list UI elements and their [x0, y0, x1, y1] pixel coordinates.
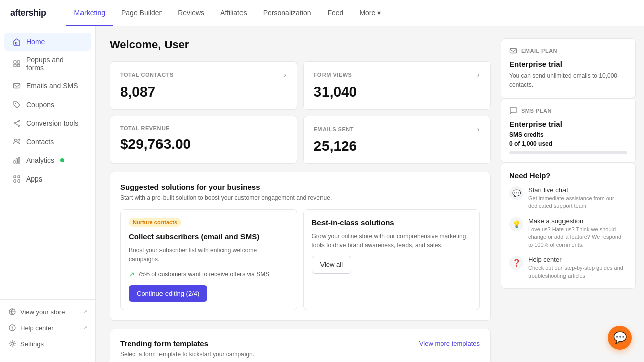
sms-credits-text: SMS credits	[509, 131, 627, 138]
sidebar-bottom-view-store[interactable]: View your store ↗	[0, 304, 95, 320]
svg-rect-2	[17, 61, 20, 63]
sidebar-item-apps-label: Apps	[26, 175, 42, 183]
mail-icon	[12, 81, 21, 90]
bar-chart-icon	[12, 156, 21, 165]
stat-arrow-contacts: ›	[284, 71, 286, 79]
sidebar-bottom-settings[interactable]: Settings	[0, 336, 95, 352]
continue-editing-button[interactable]: Continue editing (2/4)	[129, 285, 207, 302]
suggestion-title: Make a suggestion	[528, 217, 627, 225]
tag-icon	[12, 100, 21, 109]
sidebar-item-analytics[interactable]: Analytics	[4, 151, 91, 169]
svg-point-6	[15, 103, 16, 104]
sidebar-item-home[interactable]: Home	[4, 33, 91, 51]
sidebar-item-coupons[interactable]: Coupons	[4, 96, 91, 114]
solutions-desc: Start with a pre-built solution to boost…	[120, 194, 480, 201]
help-item-live-chat[interactable]: 💬 Start live chat Get immediate assistan…	[509, 186, 627, 210]
svg-rect-13	[16, 159, 18, 163]
nav-item-affiliates[interactable]: Affiliates	[212, 0, 255, 26]
grid-icon	[12, 59, 21, 68]
trending-card: Trending form templates View more templa…	[110, 329, 491, 363]
store-icon	[8, 308, 16, 316]
stat-card-form-views[interactable]: FORM VIEWS › 31,040	[303, 61, 491, 110]
templates-header: Trending form templates View more templa…	[120, 339, 480, 348]
sidebar-bottom-help[interactable]: Help center ↗	[0, 320, 95, 336]
svg-point-20	[9, 325, 15, 331]
nav-item-page-builder[interactable]: Page Builder	[113, 0, 170, 26]
solutions-grid: Nurture contacts Collect subscribers (em…	[120, 209, 480, 310]
nurture-badge: Nurture contacts	[129, 218, 181, 227]
solution-desc-collect: Boost your subscriber list with enticing…	[129, 246, 289, 264]
analytics-badge	[60, 158, 64, 162]
sidebar-item-home-label: Home	[26, 38, 45, 46]
solution-title-best: Best-in-class solutions	[312, 218, 472, 228]
stat-label-revenue: TOTAL REVENUE	[120, 125, 287, 131]
nav-item-reviews[interactable]: Reviews	[170, 0, 212, 26]
email-plan-desc: You can send unlimited emails to 10,000 …	[509, 71, 627, 89]
top-nav: aftership Marketing Page Builder Reviews…	[0, 0, 644, 26]
external-icon: ↗	[83, 309, 87, 315]
stat-value-contacts: 8,087	[120, 84, 287, 100]
help-item-help-center[interactable]: ❓ Help center Check out our step-by-step…	[509, 256, 627, 280]
sidebar-item-emails[interactable]: Emails and SMS	[4, 77, 91, 95]
stat-card-revenue[interactable]: TOTAL REVENUE $29,763.00	[110, 116, 297, 164]
help-item-content-suggestion: Make a suggestion Love us? Hate us? Thin…	[528, 217, 627, 249]
sidebar-item-contacts[interactable]: Contacts	[4, 133, 91, 151]
main-content: Welcome, User TOTAL CONTACTS › 8,087 FOR…	[96, 26, 501, 362]
helpcenter-desc: Check out our step-by-step guides and tr…	[528, 264, 627, 280]
nav-item-marketing[interactable]: Marketing	[66, 0, 113, 26]
svg-rect-12	[14, 161, 15, 163]
sidebar-item-popups[interactable]: Popups and forms	[4, 51, 91, 76]
nav-item-feed[interactable]: Feed	[319, 0, 351, 26]
chat-button[interactable]: 💬	[608, 326, 632, 350]
svg-rect-23	[510, 49, 517, 53]
sidebar-item-apps[interactable]: Apps	[4, 170, 91, 188]
help-item-content-chat: Start live chat Get immediate assistance…	[528, 186, 627, 210]
stats-grid: TOTAL CONTACTS › 8,087 FORM VIEWS › 31,0…	[110, 61, 491, 164]
sidebar-item-contacts-label: Contacts	[26, 138, 54, 146]
help-center-label: Help center	[20, 324, 53, 332]
nav-item-personalization[interactable]: Personalization	[255, 0, 319, 26]
help-center-icon: ❓	[509, 256, 523, 270]
stat-card-emails-sent[interactable]: EMAILS SENT › 25,126	[303, 116, 491, 164]
svg-point-11	[18, 139, 20, 141]
view-more-templates-link[interactable]: View more templates	[419, 340, 480, 347]
svg-rect-17	[14, 180, 16, 182]
svg-point-21	[12, 329, 13, 330]
view-all-button[interactable]: View all	[312, 256, 352, 274]
logo: aftership	[10, 8, 46, 18]
stat-value-revenue: $29,763.00	[120, 136, 287, 152]
sms-plan-card: SMS PLAN Enterprise trial SMS credits 0 …	[501, 98, 636, 163]
sms-icon	[509, 107, 517, 115]
view-store-label: View your store	[20, 308, 65, 316]
svg-point-8	[14, 123, 16, 124]
svg-rect-15	[14, 176, 16, 178]
content-area: Welcome, User TOTAL CONTACTS › 8,087 FOR…	[96, 26, 644, 362]
suggestion-icon: 💡	[509, 217, 523, 231]
solution-item-collect: Nurture contacts Collect subscribers (em…	[120, 209, 297, 310]
help-title: Need Help?	[509, 171, 627, 180]
stat-card-contacts[interactable]: TOTAL CONTACTS › 8,087	[110, 61, 297, 110]
sidebar-item-emails-label: Emails and SMS	[26, 82, 78, 90]
solutions-title: Suggested solutions for your business	[120, 183, 480, 191]
sidebar-item-conversion[interactable]: Conversion tools	[4, 114, 91, 132]
share-icon	[12, 119, 21, 128]
main-nav: Marketing Page Builder Reviews Affiliate…	[66, 0, 389, 26]
right-panel: EMAIL PLAN Enterprise trial You can send…	[501, 26, 644, 362]
helpcenter-title: Help center	[528, 256, 627, 263]
trend-icon: ↗	[129, 270, 135, 278]
email-plan-header: EMAIL PLAN	[509, 47, 627, 55]
page-title: Welcome, User	[110, 38, 491, 51]
settings-label: Settings	[20, 340, 44, 348]
svg-rect-14	[18, 157, 20, 163]
settings-icon	[8, 340, 16, 348]
stat-label-contacts: TOTAL CONTACTS ›	[120, 71, 287, 79]
nav-item-more[interactable]: More ▾	[351, 0, 389, 26]
help-item-content-helpcenter: Help center Check out our step-by-step g…	[528, 256, 627, 280]
help-item-suggestion[interactable]: 💡 Make a suggestion Love us? Hate us? Th…	[509, 217, 627, 249]
external-icon-2: ↗	[83, 325, 87, 331]
svg-rect-16	[18, 176, 20, 178]
users-icon	[12, 137, 21, 146]
svg-rect-18	[18, 180, 20, 182]
main-layout: Home Popups and forms Emails and SMS Cou…	[0, 26, 644, 362]
help-circle-icon	[8, 324, 16, 332]
